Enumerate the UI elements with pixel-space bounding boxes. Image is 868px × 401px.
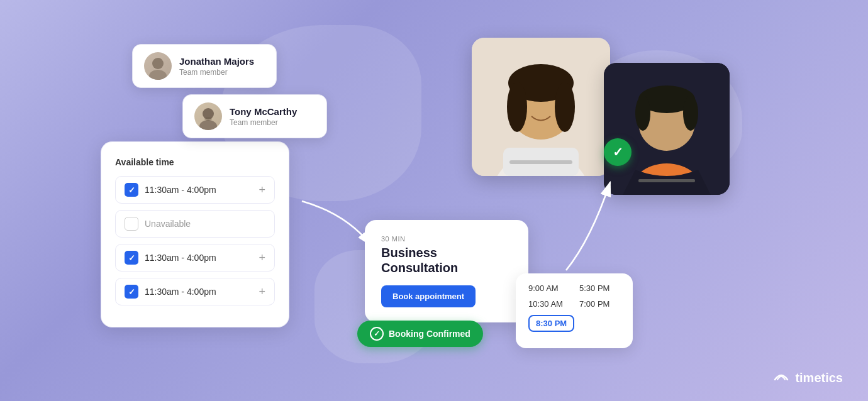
time-slot-1[interactable]: 11:30am - 4:00pm + bbox=[115, 176, 275, 204]
checkbox-3[interactable] bbox=[125, 251, 138, 265]
availability-panel: Available time 11:30am - 4:00pm + Unavai… bbox=[101, 141, 289, 327]
checkbox-2[interactable] bbox=[125, 217, 138, 231]
slot-time-1: 11:30am - 4:00pm bbox=[145, 185, 252, 195]
time-tag-900am[interactable]: 9:00 AM bbox=[528, 283, 569, 293]
time-slot-3[interactable]: 11:30am - 4:00pm + bbox=[115, 244, 275, 272]
video-check-overlay: ✓ bbox=[604, 138, 632, 166]
add-slot-1-icon[interactable]: + bbox=[259, 184, 265, 197]
svg-point-0 bbox=[152, 58, 164, 69]
member-role-tony: Team member bbox=[230, 118, 297, 127]
member-info-tony: Tony McCarthy Team member bbox=[230, 106, 297, 127]
booking-confirmed-badge: ✓ Booking Confirmed bbox=[357, 321, 483, 347]
svg-point-1 bbox=[149, 70, 167, 80]
avatar-jonathan bbox=[144, 52, 172, 80]
time-row-2: 10:30 AM 7:00 PM bbox=[528, 299, 620, 309]
member-card-tony: Tony McCarthy Team member bbox=[182, 94, 327, 138]
svg-point-10 bbox=[555, 82, 575, 132]
time-slots-panel: 9:00 AM 5:30 PM 10:30 AM 7:00 PM 8:30 PM bbox=[516, 273, 633, 348]
time-tag-530pm[interactable]: 5:30 PM bbox=[579, 283, 620, 293]
time-tag-700pm[interactable]: 7:00 PM bbox=[579, 299, 620, 309]
book-appointment-button[interactable]: Book appointment bbox=[381, 285, 476, 307]
time-tag-830pm-selected[interactable]: 8:30 PM bbox=[528, 315, 574, 332]
person-image-woman bbox=[472, 38, 610, 176]
person-image-man bbox=[604, 63, 730, 195]
checkbox-4[interactable] bbox=[125, 285, 138, 299]
svg-point-9 bbox=[507, 82, 527, 132]
confirmed-label: Booking Confirmed bbox=[389, 329, 470, 339]
member-role-jonathan: Team member bbox=[179, 68, 254, 77]
confirmed-check-icon: ✓ bbox=[370, 327, 384, 341]
member-card-jonathan: Jonathan Majors Team member bbox=[132, 44, 277, 88]
slot-unavailable: Unavailable bbox=[145, 219, 265, 229]
avatar-tony bbox=[194, 102, 222, 130]
logo: timetics bbox=[772, 370, 843, 386]
time-slot-2[interactable]: Unavailable bbox=[115, 210, 275, 238]
booking-card: 30 MIN Business Consultation Book appoin… bbox=[365, 220, 528, 322]
svg-point-4 bbox=[204, 117, 212, 121]
add-slot-4-icon[interactable]: + bbox=[259, 285, 265, 299]
add-slot-3-icon[interactable]: + bbox=[259, 251, 265, 265]
time-row-selected: 8:30 PM bbox=[528, 315, 620, 332]
svg-point-19 bbox=[683, 96, 698, 131]
time-tag-1030am[interactable]: 10:30 AM bbox=[528, 299, 569, 309]
slot-time-4: 11:30am - 4:00pm bbox=[145, 287, 252, 297]
availability-title: Available time bbox=[115, 157, 275, 167]
time-row-1: 9:00 AM 5:30 PM bbox=[528, 283, 620, 293]
member-name-tony: Tony McCarthy bbox=[230, 106, 297, 117]
svg-rect-20 bbox=[638, 179, 695, 182]
logo-icon bbox=[772, 370, 790, 386]
time-slot-4[interactable]: 11:30am - 4:00pm + bbox=[115, 278, 275, 305]
video-panel-man bbox=[604, 63, 730, 195]
booking-title: Business Consultation bbox=[381, 245, 512, 275]
logo-text: timetics bbox=[795, 371, 843, 385]
svg-point-3 bbox=[199, 120, 217, 130]
member-name-jonathan: Jonathan Majors bbox=[179, 56, 254, 67]
svg-point-18 bbox=[635, 96, 650, 131]
member-info-jonathan: Jonathan Majors Team member bbox=[179, 56, 254, 77]
svg-rect-12 bbox=[509, 160, 572, 164]
checkbox-1[interactable] bbox=[125, 183, 138, 197]
booking-duration: 30 MIN bbox=[381, 235, 512, 243]
video-panel-woman bbox=[472, 38, 610, 176]
slot-time-3: 11:30am - 4:00pm bbox=[145, 253, 252, 263]
